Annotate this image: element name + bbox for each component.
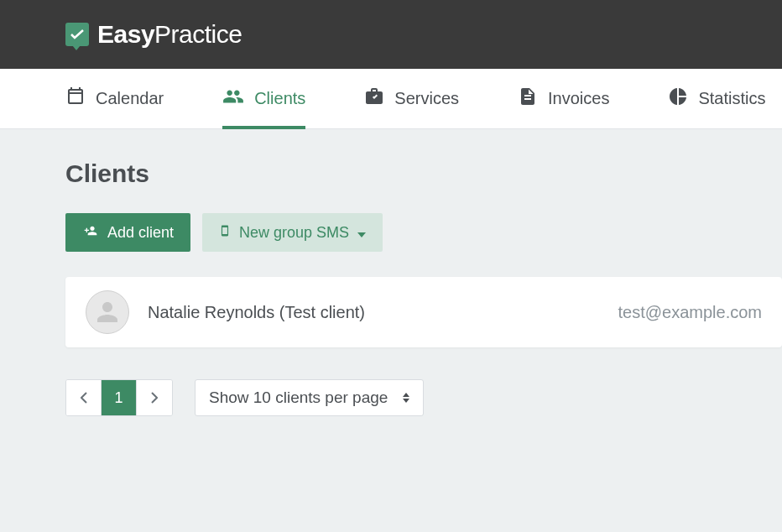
client-row[interactable]: Natalie Reynolds (Test client) test@exam… [65, 277, 782, 347]
calendar-icon [65, 86, 86, 111]
nav-label: Clients [254, 89, 305, 108]
new-group-sms-button[interactable]: New group SMS [202, 213, 383, 252]
people-icon [222, 86, 244, 112]
document-icon [518, 86, 538, 111]
chevron-right-icon [151, 392, 158, 404]
page-next-button[interactable] [137, 380, 172, 415]
nav-invoices[interactable]: Invoices [518, 69, 609, 129]
dropdown-caret-icon [357, 224, 366, 242]
nav-label: Calendar [96, 89, 164, 108]
main-nav: Calendar Clients Services Invoices Stati… [0, 69, 782, 129]
nav-services[interactable]: Services [364, 69, 459, 129]
button-label: New group SMS [239, 224, 349, 242]
page-prev-button[interactable] [66, 380, 102, 415]
action-bar: Add client New group SMS [65, 213, 782, 252]
nav-label: Invoices [548, 89, 609, 108]
nav-clients[interactable]: Clients [222, 69, 305, 129]
briefcase-icon [364, 86, 384, 111]
nav-calendar[interactable]: Calendar [65, 69, 164, 129]
app-header: EasyPractice [0, 0, 782, 69]
client-email: test@example.com [618, 303, 762, 322]
button-label: Add client [107, 224, 174, 242]
per-page-label: Show 10 clients per page [209, 389, 388, 407]
page-content: Clients Add client New group SMS Natalie… [0, 129, 782, 416]
piechart-icon [668, 86, 688, 111]
avatar [86, 290, 129, 334]
sort-arrows-icon [403, 393, 409, 403]
nav-label: Services [394, 89, 459, 108]
nav-statistics[interactable]: Statistics [668, 69, 765, 129]
pagination: 1 [65, 379, 173, 416]
brand-name: EasyPractice [97, 20, 242, 49]
per-page-selector[interactable]: Show 10 clients per page [195, 379, 424, 416]
logo-check-icon [65, 23, 89, 46]
footer-controls: 1 Show 10 clients per page [65, 379, 782, 416]
add-person-icon [82, 224, 99, 242]
nav-label: Statistics [698, 89, 765, 108]
phone-icon [219, 222, 231, 243]
page-number-1[interactable]: 1 [102, 380, 137, 415]
brand-logo[interactable]: EasyPractice [65, 20, 242, 49]
page-title: Clients [65, 159, 782, 188]
chevron-left-icon [81, 392, 87, 404]
add-client-button[interactable]: Add client [65, 213, 190, 252]
client-name: Natalie Reynolds (Test client) [148, 303, 618, 322]
